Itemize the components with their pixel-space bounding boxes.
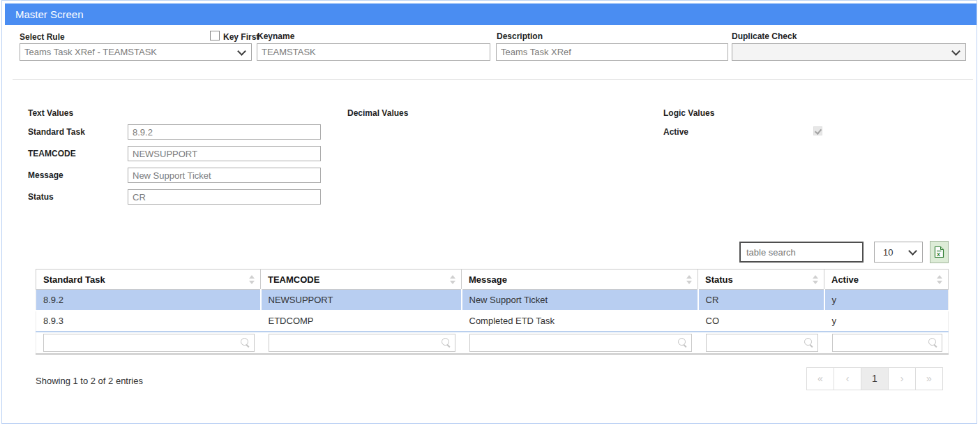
cell-teamcode: NEWSUPPORT	[261, 290, 462, 311]
cell-active: y	[824, 290, 949, 311]
pagination-page-1-button[interactable]: 1	[861, 367, 889, 390]
column-header-standard-task[interactable]: Standard Task	[36, 270, 261, 290]
keyname-field[interactable]	[257, 43, 490, 61]
pagination-last-button[interactable]: »	[915, 367, 943, 390]
pagination-prev-button[interactable]: ‹	[834, 367, 861, 390]
table-row[interactable]: 8.9.3 ETDCOMP Completed ETD Task CO y	[36, 311, 949, 332]
active-checkbox	[813, 126, 822, 135]
logic-values-title: Logic Values	[663, 108, 714, 118]
column-filter-input-standard-task[interactable]	[43, 334, 255, 352]
sort-icon	[450, 275, 455, 284]
pagination-next-button[interactable]: ›	[888, 367, 916, 390]
duplicate-check-dropdown[interactable]	[732, 43, 966, 61]
sort-icon	[249, 275, 255, 284]
section-divider	[13, 79, 973, 80]
results-table: Standard Task TEAMCODE Message Status Ac…	[36, 269, 949, 355]
cell-teamcode: ETDCOMP	[261, 311, 462, 332]
column-header-teamcode[interactable]: TEAMCODE	[261, 270, 462, 290]
table-row[interactable]: 8.9.2 NEWSUPPORT New Support Ticket CR y	[36, 290, 949, 311]
status-field[interactable]	[128, 189, 321, 205]
message-field[interactable]	[128, 168, 321, 183]
cell-standard-task: 8.9.2	[36, 290, 261, 311]
showing-entries-text: Showing 1 to 2 of 2 entries	[36, 376, 143, 386]
column-filter-input-status[interactable]	[706, 334, 818, 352]
cell-status: CR	[698, 290, 824, 311]
decimal-values-title: Decimal Values	[347, 108, 408, 118]
standard-task-field[interactable]	[128, 124, 321, 140]
sort-icon	[937, 275, 942, 284]
sort-icon	[813, 275, 818, 284]
sort-icon	[686, 275, 692, 284]
status-label: Status	[28, 192, 54, 202]
column-header-active[interactable]: Active	[824, 270, 949, 290]
cell-active: y	[824, 311, 949, 332]
page-size-dropdown[interactable]: 10	[874, 242, 923, 263]
search-icon	[678, 338, 686, 346]
teamcode-label: TEAMCODE	[28, 149, 76, 158]
text-values-title: Text Values	[28, 108, 73, 118]
table-header-row: Standard Task TEAMCODE Message Status Ac…	[36, 270, 949, 290]
excel-export-button[interactable]: x	[930, 241, 949, 263]
pagination: « ‹ 1 › »	[806, 367, 943, 390]
key-first-checkbox[interactable]	[210, 31, 220, 40]
duplicate-check-label: Duplicate Check	[732, 31, 797, 41]
excel-export-icon: x	[934, 246, 944, 258]
column-filter-input-message[interactable]	[469, 334, 692, 352]
svg-text:x: x	[937, 251, 940, 258]
description-label: Description	[497, 31, 543, 41]
pagination-first-button[interactable]: «	[806, 367, 834, 390]
search-icon	[804, 338, 812, 346]
cell-standard-task: 8.9.3	[36, 311, 261, 332]
standard-task-label: Standard Task	[28, 127, 85, 137]
key-first-label: Key First	[223, 32, 259, 42]
search-icon	[442, 338, 449, 346]
column-filter-input-active[interactable]	[832, 334, 943, 352]
message-label: Message	[28, 170, 63, 180]
keyname-label: Keyname	[257, 31, 294, 41]
column-filter-input-teamcode[interactable]	[269, 334, 455, 352]
description-field[interactable]	[496, 43, 728, 61]
select-rule-dropdown[interactable]: Teams Task XRef - TEAMSTASK	[20, 43, 252, 61]
table-search-input[interactable]	[739, 242, 864, 263]
cell-status: CO	[698, 311, 824, 332]
master-screen-page: Master Screen Select Rule Teams Task XRe…	[1, 0, 977, 424]
page-title: Master Screen	[15, 8, 84, 20]
search-icon	[241, 338, 248, 346]
active-label: Active	[663, 127, 688, 137]
column-header-message[interactable]: Message	[462, 270, 698, 290]
select-rule-label: Select Rule	[20, 32, 65, 42]
teamcode-field[interactable]	[128, 146, 321, 161]
select-rule-select[interactable]: Teams Task XRef - TEAMSTASK	[20, 43, 252, 61]
search-icon	[928, 338, 936, 346]
page-title-bar: Master Screen	[5, 3, 977, 25]
column-header-status[interactable]: Status	[698, 270, 824, 290]
cell-message: New Support Ticket	[462, 290, 698, 311]
duplicate-check-select[interactable]	[732, 43, 966, 61]
page-size-select[interactable]: 10	[874, 242, 923, 263]
cell-message: Completed ETD Task	[462, 311, 698, 332]
table-filter-row	[36, 332, 949, 354]
